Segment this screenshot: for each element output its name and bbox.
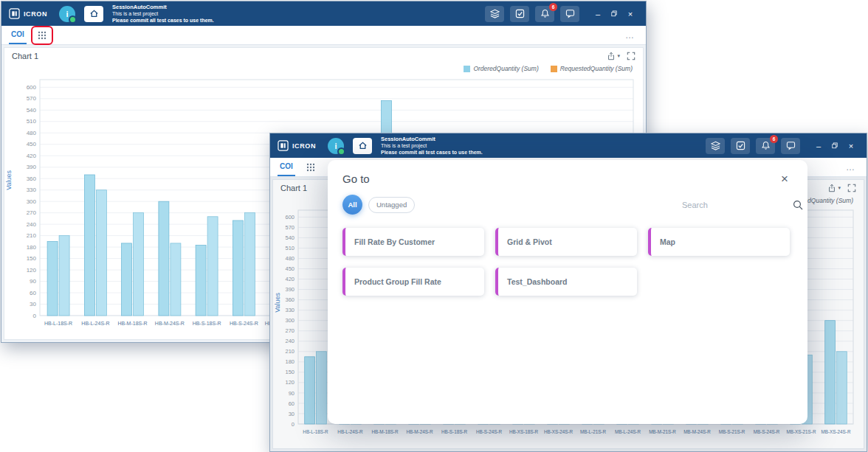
- goto-dialog: Go to × AllUntagged Fill Rate By Custome…: [328, 160, 807, 424]
- search-input[interactable]: [681, 200, 788, 210]
- svg-text:300: 300: [27, 198, 37, 205]
- legend-label: OrderedQuantity (Sum): [473, 65, 538, 72]
- filter-chip-untagged[interactable]: Untagged: [368, 197, 415, 213]
- svg-text:210: 210: [27, 232, 37, 239]
- svg-text:HB-S-24S-R: HB-S-24S-R: [230, 321, 258, 326]
- goto-card-grid: Fill Rate By CustomerGrid & PivotMapProd…: [342, 228, 793, 296]
- home-icon: [358, 141, 368, 150]
- grid-view-button[interactable]: [302, 160, 320, 175]
- project-subtitle: This is a test project: [112, 10, 214, 17]
- minimize-button[interactable]: –: [590, 6, 606, 22]
- svg-text:360: 360: [27, 175, 37, 182]
- chart-legend: OrderedQuantity (Sum)RequestedQuantity (…: [4, 60, 643, 74]
- close-button[interactable]: ×: [622, 6, 638, 22]
- project-title: SessionAutoCommit: [381, 136, 483, 143]
- expand-icon: [627, 52, 636, 60]
- svg-text:90: 90: [30, 278, 36, 285]
- svg-text:270: 270: [27, 209, 37, 216]
- goto-card-product-group-fill-rate[interactable]: Product Group Fill Rate: [342, 268, 484, 296]
- dialog-close-button[interactable]: ×: [776, 172, 793, 186]
- grid-icon: [38, 31, 46, 40]
- export-caret-icon: ▾: [617, 53, 620, 59]
- icron-window-foreground: ICRON i SessionAutoCommit This is a test…: [269, 133, 867, 452]
- fullscreen-button[interactable]: [627, 52, 636, 60]
- grid-icon: [306, 163, 315, 172]
- app-name: ICRON: [24, 10, 47, 18]
- svg-text:0: 0: [33, 313, 37, 319]
- filter-row: AllUntagged: [342, 195, 793, 215]
- chat-button[interactable]: [781, 138, 800, 154]
- project-note: Please commit all test cases to use them…: [381, 149, 483, 156]
- avatar-initial: i: [66, 10, 68, 18]
- svg-text:HB-L-18S-R: HB-L-18S-R: [44, 321, 72, 326]
- svg-text:480: 480: [27, 130, 37, 136]
- home-button[interactable]: [84, 6, 103, 22]
- home-button[interactable]: [353, 138, 372, 154]
- svg-text:150: 150: [27, 255, 37, 262]
- notification-badge: 6: [770, 135, 778, 143]
- overflow-menu[interactable]: …: [841, 161, 859, 173]
- tasks-button[interactable]: [731, 138, 750, 154]
- svg-text:30: 30: [30, 301, 36, 307]
- values-axis-label: Values: [5, 170, 13, 190]
- svg-text:HB-L-24S-R: HB-L-24S-R: [81, 321, 109, 326]
- chat-button[interactable]: [560, 6, 579, 22]
- minimize-button[interactable]: –: [810, 138, 827, 154]
- icron-logo: ICRON: [9, 8, 47, 19]
- goto-card-fill-rate-by-customer[interactable]: Fill Rate By Customer: [342, 228, 484, 256]
- titlebar: ICRON i SessionAutoCommit This is a test…: [1, 1, 646, 26]
- legend-item[interactable]: RequestedQuantity (Sum): [551, 65, 633, 72]
- legend-swatch: [551, 66, 557, 72]
- overflow-menu[interactable]: …: [621, 29, 638, 41]
- restore-button[interactable]: [827, 138, 843, 154]
- tab-coi[interactable]: COI: [9, 26, 27, 44]
- search-box: [681, 200, 793, 210]
- notifications-button[interactable]: 6: [535, 6, 554, 22]
- filter-chip-all[interactable]: All: [342, 195, 362, 215]
- status-dot: [69, 15, 77, 24]
- icron-logo-icon: [9, 8, 20, 19]
- grid-view-button[interactable]: [33, 28, 51, 43]
- tasks-button[interactable]: [510, 6, 529, 22]
- project-info: SessionAutoCommit This is a test project…: [112, 4, 214, 24]
- window-controls: – ×: [590, 6, 638, 22]
- project-subtitle: This is a test project: [381, 142, 483, 149]
- titlebar: ICRON i SessionAutoCommit This is a test…: [270, 133, 867, 158]
- svg-text:450: 450: [27, 141, 37, 147]
- svg-text:HB-M-18S-R: HB-M-18S-R: [118, 321, 148, 326]
- legend-label: RequestedQuantity (Sum): [560, 65, 633, 72]
- svg-text:570: 570: [27, 95, 37, 102]
- checkbox-icon: [515, 9, 525, 18]
- export-button[interactable]: ▾: [607, 52, 620, 60]
- goto-card-grid-pivot[interactable]: Grid & Pivot: [495, 228, 637, 256]
- svg-text:180: 180: [27, 244, 37, 251]
- checkbox-icon: [736, 141, 745, 150]
- layers-icon: [490, 9, 500, 18]
- goto-card-test-dashboard[interactable]: Test_Dashboard: [495, 268, 637, 296]
- app-name: ICRON: [292, 142, 316, 150]
- chart-title: Chart 1: [12, 52, 38, 60]
- user-avatar[interactable]: i: [328, 138, 344, 154]
- layers-icon: [711, 141, 720, 150]
- close-button[interactable]: ×: [843, 138, 859, 154]
- tab-coi[interactable]: COI: [278, 158, 295, 176]
- svg-text:420: 420: [27, 153, 37, 159]
- export-icon: [607, 52, 616, 60]
- icron-logo-icon: [278, 140, 289, 151]
- restore-icon: [610, 10, 618, 18]
- svg-text:510: 510: [27, 118, 37, 125]
- project-title: SessionAutoCommit: [112, 4, 214, 11]
- notifications-button[interactable]: 6: [756, 138, 775, 154]
- home-icon: [89, 9, 99, 18]
- restore-button[interactable]: [606, 6, 622, 22]
- svg-text:120: 120: [27, 267, 37, 274]
- goto-card-map[interactable]: Map: [648, 228, 790, 256]
- layers-button[interactable]: [706, 138, 725, 154]
- bell-icon: [761, 141, 771, 150]
- dialog-title: Go to: [342, 173, 370, 185]
- user-avatar[interactable]: i: [59, 6, 75, 22]
- project-note: Please commit all test cases to use them…: [112, 17, 214, 24]
- search-icon: [793, 200, 803, 210]
- layers-button[interactable]: [485, 6, 504, 22]
- legend-item[interactable]: OrderedQuantity (Sum): [464, 65, 538, 72]
